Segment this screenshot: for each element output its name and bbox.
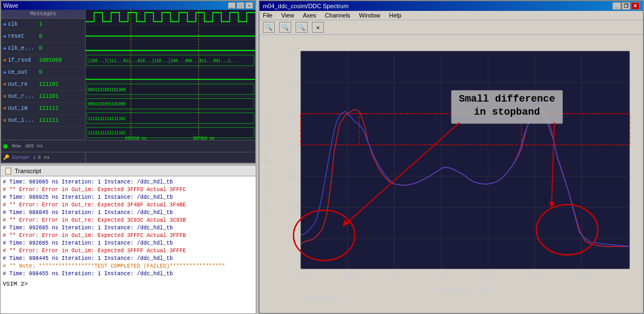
spectrum-window: m04_ddc_cosim/DDC Spectrum _ ❐ ✕ File Vi…: [258, 0, 644, 314]
spectrum-close-btn[interactable]: ✕: [631, 2, 640, 10]
transcript-titlebar: 📋 Transcript: [1, 165, 256, 176]
svg-text:50: 50: [484, 272, 492, 279]
svg-text:-150: -150: [293, 272, 308, 279]
wave-maximize-btn[interactable]: □: [237, 2, 244, 9]
zoom-out-btn[interactable]: 🔍: [279, 22, 291, 33]
signal-name-reset: reset: [8, 33, 38, 39]
signal-row-out-re: ⊕ out_re 111101: [1, 79, 85, 91]
menu-help[interactable]: Help: [389, 12, 401, 19]
transcript-line: # ** Error: Error in Out_re: Expected 3C…: [3, 217, 254, 224]
menu-file[interactable]: File: [263, 12, 273, 19]
signal-value-out-i: 111111: [39, 117, 58, 123]
signal-icon-clk: ◆: [3, 21, 6, 27]
menu-view[interactable]: View: [281, 12, 294, 19]
wave-traces: (100...)(111...011...010...(110...(100..…: [86, 10, 255, 140]
signal-value-if-rsvd: 1001000: [39, 57, 62, 63]
transcript-line: # ** Error: Error in Out_re: Expected 3F…: [3, 202, 254, 209]
transcript-icon: 📋: [4, 167, 13, 175]
transcript-body[interactable]: # Time: 983085 ns Iteration: 1 Instance:…: [1, 176, 256, 313]
spectrum-restore-btn[interactable]: ❐: [622, 2, 630, 10]
signal-icon-out-r: ⊕: [3, 93, 6, 99]
svg-text:997850 ns: 997850 ns: [125, 136, 147, 140]
svg-text:Frequency (kHz): Frequency (kHz): [437, 286, 492, 293]
svg-text:-60: -60: [285, 111, 296, 117]
signal-icon-out-re: ⊕: [3, 81, 6, 87]
cursor-value: 0 ns: [38, 155, 50, 161]
svg-text:997900 ns: 997900 ns: [193, 136, 214, 140]
clear-btn[interactable]: ✕: [312, 22, 324, 33]
signal-name-clk-e: clk_e...: [8, 45, 38, 51]
spectrum-menubar: File View Axes Channels Window Help: [260, 11, 643, 20]
transcript-title: Transcript: [15, 168, 41, 174]
signal-icon-ce-out: ◆: [3, 69, 6, 75]
svg-text:(100...)(111...011...010...(11: (100...)(111...011...010...(110...(100..…: [88, 58, 237, 64]
signal-row-if-rsvd: ⊕ if_rsvd 1001000: [1, 55, 85, 67]
spectrum-minimize-btn[interactable]: _: [612, 2, 621, 10]
wave-titlebar: Wave _ □ ×: [1, 1, 255, 10]
svg-text:150: 150: [576, 272, 587, 279]
cursor-signals: 🔑 Cursor 1 0 ns: [1, 152, 86, 163]
svg-text:-120: -120: [281, 205, 296, 211]
signal-name-ce-out: ce_out: [8, 69, 38, 75]
svg-text:Frame: 923: Frame: 923: [306, 294, 340, 301]
wave-close-btn[interactable]: ×: [245, 2, 253, 9]
svg-text:1111111111111101: 1111111111111101: [88, 116, 126, 121]
signal-name-if-rsvd: if_rsvd: [8, 57, 38, 63]
svg-text:-50: -50: [389, 272, 400, 279]
spectrum-toolbar: 🔍 🔍 🔍 ✕: [260, 20, 643, 35]
svg-text:-80: -80: [285, 142, 296, 149]
menu-axes[interactable]: Axes: [303, 12, 316, 19]
transcript-line: # ** Error: Error in Out_im: Expected 3F…: [3, 247, 254, 255]
right-panel: m04_ddc_cosim/DDC Spectrum _ ❐ ✕ File Vi…: [258, 0, 644, 314]
svg-text:0001101001101000: 0001101001101000: [88, 102, 126, 107]
transcript-line: # Time: 983085 ns Iteration: 1 Instance:…: [3, 179, 254, 186]
wave-minimize-btn[interactable]: _: [228, 2, 236, 9]
wave-title: Wave: [3, 2, 19, 9]
now-label: Now: [12, 144, 21, 149]
svg-text:in stopband: in stopband: [474, 106, 540, 118]
wave-content: Messages ◆ clk 1 ◆ reset 0 ◆ clk_e... 0: [1, 10, 255, 140]
wave-bottom-controls: Now 465 ns: [1, 140, 255, 152]
signal-icon-reset: ◆: [3, 33, 6, 39]
signal-icon-out-im: ⊕: [3, 105, 6, 111]
signal-row-clk-e: ◆ clk_e... 0: [1, 43, 85, 55]
signal-name-out-i: out_i...: [8, 117, 38, 123]
signal-value-out-r: 111101: [39, 93, 58, 99]
signal-row-ce-out: ◆ ce_out 0: [1, 67, 85, 79]
now-value: 465 ns: [25, 144, 43, 149]
signal-icon-out-i: ⊕: [3, 117, 6, 123]
svg-text:100: 100: [529, 272, 540, 279]
svg-text:Power Spectral Density (dBW/Hz: Power Spectral Density (dBW/Hz): [263, 111, 270, 215]
signal-value-ce-out: 0: [39, 69, 42, 75]
signal-icon-if-rsvd: ⊕: [3, 57, 6, 63]
svg-text:0: 0: [440, 272, 443, 279]
signal-value-clk-e: 0: [39, 45, 42, 51]
left-panel: Wave _ □ × Messages ◆ clk 1 ◆ reset: [0, 0, 256, 314]
signal-name-out-im: out_im: [8, 105, 38, 111]
cursor-traces: [86, 152, 255, 163]
wave-signals-header: Messages: [1, 10, 85, 19]
svg-text:-100: -100: [340, 272, 355, 279]
spectrum-title: m04_ddc_cosim/DDC Spectrum: [263, 3, 348, 9]
menu-channels[interactable]: Channels: [325, 12, 350, 19]
signal-row-out-i: ⊕ out_i... 111111: [1, 115, 85, 127]
zoom-fit-btn[interactable]: 🔍: [296, 22, 308, 33]
signal-row-clk: ◆ clk 1: [1, 19, 85, 31]
signal-value-reset: 0: [39, 33, 42, 39]
zoom-in-btn[interactable]: 🔍: [263, 22, 275, 33]
signal-icon-clk-e: ◆: [3, 45, 6, 51]
cursor-label: 🔑 Cursor 1: [3, 155, 36, 161]
svg-text:-20: -20: [285, 49, 296, 55]
signal-name-clk: clk: [8, 21, 38, 27]
signal-value-out-re: 111101: [39, 81, 58, 87]
signal-row-reset: ◆ reset 0: [1, 31, 85, 43]
wave-svg: (100...)(111...011...010...(110...(100..…: [86, 10, 255, 140]
svg-text:-100: -100: [281, 174, 296, 180]
wave-titlebar-controls: _ □ ×: [228, 2, 253, 9]
menu-window[interactable]: Window: [359, 12, 380, 19]
signal-row-out-im: ⊕ out_im 111111: [1, 103, 85, 115]
now-indicator: [3, 144, 8, 149]
svg-text:-40: -40: [285, 80, 296, 86]
cursor-row: 🔑 Cursor 1 0 ns: [1, 152, 255, 163]
transcript-line: # ** Error: Error in Out_im: Expected 3F…: [3, 186, 254, 194]
